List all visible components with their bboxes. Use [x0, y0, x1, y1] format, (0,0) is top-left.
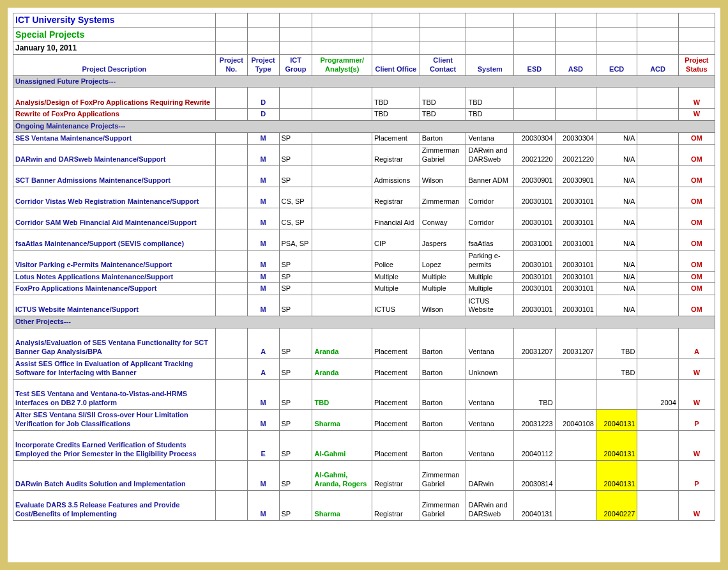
acd [637, 109, 678, 121]
project-type: M [247, 187, 279, 208]
ict-group: SP [279, 409, 312, 430]
table-row: DARwin Batch Audits Solution and Impleme… [13, 460, 715, 490]
client-office: Registrar [372, 187, 420, 208]
client-contact: Jaspers [420, 229, 466, 250]
blank-cell [678, 13, 715, 28]
table-row: DARwin and DARSweb Maintenance/SupportMS… [13, 144, 715, 166]
acd [637, 166, 678, 187]
acd [637, 490, 678, 520]
system: ICTUS Website [466, 295, 514, 316]
asd: 20021220 [555, 144, 596, 166]
project-type: M [247, 229, 279, 250]
blank-cell [420, 42, 466, 55]
project-description: Test SES Ventana and Ventana-to-Vistas-a… [13, 379, 216, 409]
programmer-analyst [312, 229, 372, 250]
client-contact: Zimmerman Gabriel [420, 490, 466, 520]
project-no [215, 328, 247, 358]
programmer-analyst: Al-Gahmi [312, 430, 372, 460]
system: Corridor [466, 187, 514, 208]
esd [514, 88, 555, 109]
project-no [215, 490, 247, 520]
client-contact: Barton [420, 328, 466, 358]
client-contact: Wilson [420, 166, 466, 187]
project-status: OM [678, 187, 715, 208]
project-description: Corridor Vistas Web Registration Mainten… [13, 187, 216, 208]
system: DARwin and DARSweb [466, 490, 514, 520]
project-type: M [247, 271, 279, 283]
project-type: A [247, 328, 279, 358]
esd: 20040131 [514, 490, 555, 520]
programmer-analyst [312, 295, 372, 316]
ecd: N/A [596, 229, 637, 250]
ecd: 20040131 [596, 460, 637, 490]
system: Ventana [466, 409, 514, 430]
col-header: ESD [514, 55, 555, 76]
acd [637, 358, 678, 379]
table-row: Lotus Notes Applications Maintenance/Sup… [13, 271, 715, 283]
ict-group: SP [279, 250, 312, 271]
ict-group: SP [279, 490, 312, 520]
ict-group: CS, SP [279, 208, 312, 229]
blank-cell [596, 27, 637, 42]
acd [637, 250, 678, 271]
project-status: OM [678, 271, 715, 283]
table-row: Incorporate Credits Earned Verification … [13, 430, 715, 460]
project-description: Lotus Notes Applications Maintenance/Sup… [13, 271, 216, 283]
esd [514, 358, 555, 379]
project-status: OM [678, 166, 715, 187]
blank-cell [678, 42, 715, 55]
project-type: A [247, 358, 279, 379]
ecd: TBD [596, 358, 637, 379]
client-office: CIP [372, 229, 420, 250]
asd: 20030901 [555, 166, 596, 187]
ecd: 20040227 [596, 490, 637, 520]
table-row: SES Ventana Maintenance/SupportMSPPlacem… [13, 132, 715, 144]
client-contact: Barton [420, 379, 466, 409]
acd [637, 271, 678, 283]
asd [555, 430, 596, 460]
ict-group: SP [279, 379, 312, 409]
client-contact: Zimmerman Gabriel [420, 460, 466, 490]
ecd: N/A [596, 132, 637, 144]
esd: 20040112 [514, 430, 555, 460]
programmer-analyst [312, 166, 372, 187]
blank-cell [514, 42, 555, 55]
ict-group: SP [279, 283, 312, 295]
blank-cell [514, 27, 555, 42]
sheet-subtitle: Special Projects [13, 27, 216, 42]
project-status: OM [678, 144, 715, 166]
client-contact: Multiple [420, 283, 466, 295]
col-header: ASD [555, 55, 596, 76]
ecd: 20040131 [596, 430, 637, 460]
col-header: Project Description [13, 55, 216, 76]
client-office: Placement [372, 132, 420, 144]
client-office: Registrar [372, 490, 420, 520]
ecd: N/A [596, 187, 637, 208]
acd [637, 295, 678, 316]
project-description: DARwin Batch Audits Solution and Impleme… [13, 460, 216, 490]
client-contact: Barton [420, 358, 466, 379]
sheet-title: ICT University Systems [13, 13, 216, 28]
client-office: Placement [372, 409, 420, 430]
project-description: FoxPro Applications Maintenance/Support [13, 283, 216, 295]
client-contact: Multiple [420, 271, 466, 283]
acd [637, 132, 678, 144]
system: Ventana [466, 132, 514, 144]
project-no [215, 144, 247, 166]
project-description: Evaluate DARS 3.5 Release Features and P… [13, 490, 216, 520]
ict-group [279, 88, 312, 109]
asd: 20030101 [555, 283, 596, 295]
project-status: OM [678, 132, 715, 144]
project-status: OM [678, 229, 715, 250]
table-row: Rewrite of FoxPro ApplicationsDTBDTBDTBD… [13, 109, 715, 121]
blank-cell [596, 42, 637, 55]
table-row: Corridor SAM Web Financial Aid Maintenan… [13, 208, 715, 229]
ecd: N/A [596, 271, 637, 283]
blank-cell [678, 27, 715, 42]
blank-cell [215, 42, 247, 55]
project-description: ICTUS Website Maintenance/Support [13, 295, 216, 316]
client-office: Police [372, 250, 420, 271]
client-office: Financial Aid [372, 208, 420, 229]
acd [637, 460, 678, 490]
project-no [215, 295, 247, 316]
